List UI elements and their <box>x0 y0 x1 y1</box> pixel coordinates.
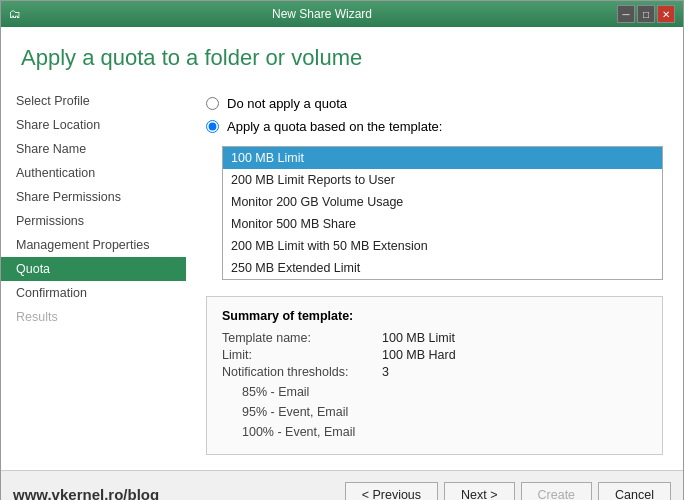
quota-list-item[interactable]: 100 MB Limit <box>223 147 662 169</box>
page-title: Apply a quota to a folder or volume <box>21 45 663 71</box>
thresholds-list: 85% - Email95% - Event, Email100% - Even… <box>242 382 647 442</box>
sidebar-item-confirmation[interactable]: Confirmation <box>1 281 186 305</box>
sidebar-item-select-profile[interactable]: Select Profile <box>1 89 186 113</box>
threshold-item: 85% - Email <box>242 382 647 402</box>
quota-list-item[interactable]: 200 MB Limit Reports to User <box>223 169 662 191</box>
next-button[interactable]: Next > <box>444 482 514 501</box>
apply-quota-label[interactable]: Apply a quota based on the template: <box>227 119 442 134</box>
limit-label: Limit: <box>222 348 382 362</box>
sidebar-item-authentication[interactable]: Authentication <box>1 161 186 185</box>
notification-row: Notification thresholds: 3 <box>222 365 647 379</box>
template-name-label: Template name: <box>222 331 382 345</box>
summary-title: Summary of template: <box>222 309 647 323</box>
threshold-item: 95% - Event, Email <box>242 402 647 422</box>
template-name-value: 100 MB Limit <box>382 331 455 345</box>
summary-box: Summary of template: Template name: 100 … <box>206 296 663 455</box>
cancel-button[interactable]: Cancel <box>598 482 671 501</box>
quota-list-item[interactable]: 250 MB Extended Limit <box>223 257 662 279</box>
sidebar-item-management-properties[interactable]: Management Properties <box>1 233 186 257</box>
close-button[interactable]: ✕ <box>657 5 675 23</box>
apply-quota-row: Apply a quota based on the template: <box>206 119 663 134</box>
main-window: 🗂 New Share Wizard ─ □ ✕ Apply a quota t… <box>0 0 684 500</box>
sidebar-item-quota[interactable]: Quota <box>1 257 186 281</box>
minimize-button[interactable]: ─ <box>617 5 635 23</box>
sidebar-item-results: Results <box>1 305 186 329</box>
window-icon: 🗂 <box>9 7 21 21</box>
limit-value: 100 MB Hard <box>382 348 456 362</box>
no-quota-row: Do not apply a quota <box>206 96 663 111</box>
right-panel: Do not apply a quota Apply a quota based… <box>186 81 683 470</box>
footer-buttons: < Previous Next > Create Cancel <box>345 482 671 501</box>
title-bar-controls: ─ □ ✕ <box>617 5 675 23</box>
threshold-item: 100% - Event, Email <box>242 422 647 442</box>
quota-radio-group: Do not apply a quota Apply a quota based… <box>206 96 663 134</box>
maximize-button[interactable]: □ <box>637 5 655 23</box>
content-area: Select Profile Share Location Share Name… <box>1 81 683 470</box>
quota-template-list: 100 MB Limit200 MB Limit Reports to User… <box>222 146 663 280</box>
page-header: Apply a quota to a folder or volume <box>1 27 683 81</box>
create-button[interactable]: Create <box>521 482 593 501</box>
quota-list-item[interactable]: 200 MB Limit with 50 MB Extension <box>223 235 662 257</box>
notification-value: 3 <box>382 365 389 379</box>
template-name-row: Template name: 100 MB Limit <box>222 331 647 345</box>
apply-quota-radio[interactable] <box>206 120 219 133</box>
title-bar: 🗂 New Share Wizard ─ □ ✕ <box>1 1 683 27</box>
no-quota-label[interactable]: Do not apply a quota <box>227 96 347 111</box>
sidebar: Select Profile Share Location Share Name… <box>1 81 186 470</box>
sidebar-item-share-location[interactable]: Share Location <box>1 113 186 137</box>
quota-list-item[interactable]: Monitor 500 MB Share <box>223 213 662 235</box>
window-title: New Share Wizard <box>27 7 617 21</box>
sidebar-item-share-name[interactable]: Share Name <box>1 137 186 161</box>
footer: www.vkernel.ro/blog < Previous Next > Cr… <box>1 470 683 500</box>
notification-label: Notification thresholds: <box>222 365 382 379</box>
previous-button[interactable]: < Previous <box>345 482 438 501</box>
sidebar-item-share-permissions[interactable]: Share Permissions <box>1 185 186 209</box>
limit-row: Limit: 100 MB Hard <box>222 348 647 362</box>
main-content: Apply a quota to a folder or volume Sele… <box>1 27 683 470</box>
footer-url: www.vkernel.ro/blog <box>13 486 159 500</box>
no-quota-radio[interactable] <box>206 97 219 110</box>
quota-list-item[interactable]: Monitor 200 GB Volume Usage <box>223 191 662 213</box>
sidebar-item-permissions[interactable]: Permissions <box>1 209 186 233</box>
